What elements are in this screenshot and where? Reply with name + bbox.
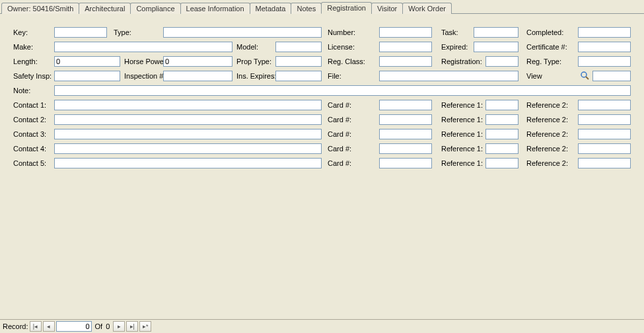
- input-card2[interactable]: [379, 114, 432, 125]
- input-license[interactable]: [379, 42, 432, 52]
- record-current-input[interactable]: [56, 321, 92, 332]
- label-length: Length:: [13, 57, 38, 65]
- label-ref1-2: Reference 1:: [441, 116, 483, 124]
- input-file[interactable]: [379, 71, 519, 81]
- input-hp[interactable]: [163, 56, 233, 67]
- label-license: License:: [328, 43, 355, 51]
- label-contact1: Contact 1:: [13, 101, 46, 109]
- label-card2: Card #:: [328, 116, 351, 124]
- tab-compliance[interactable]: Compliance: [130, 3, 180, 14]
- nav-prev-icon: ◂: [47, 323, 50, 330]
- nav-last-icon: ▸|: [130, 323, 135, 330]
- tab-visitor[interactable]: Visitor: [371, 3, 403, 14]
- input-card5[interactable]: [379, 158, 432, 168]
- label-regclass: Reg. Class:: [328, 57, 365, 65]
- label-ref1-5: Reference 1:: [441, 159, 483, 167]
- input-contact1[interactable]: [54, 100, 322, 110]
- tab-lease-information[interactable]: Lease Information: [180, 3, 250, 14]
- label-registration: Registration:: [441, 57, 482, 65]
- input-note[interactable]: [54, 85, 631, 96]
- record-of-label: Of: [95, 322, 103, 330]
- label-safety: Safety Insp:: [13, 72, 52, 80]
- label-note: Note:: [13, 87, 30, 94]
- label-ref1-3: Reference 1:: [441, 130, 483, 138]
- input-make[interactable]: [54, 42, 233, 52]
- tab-work-order[interactable]: Work Order: [402, 3, 452, 14]
- input-ref2-4[interactable]: [578, 143, 631, 154]
- input-regtype[interactable]: [578, 56, 631, 67]
- label-hp: Horse Power:: [124, 57, 168, 65]
- label-number: Number:: [328, 28, 355, 36]
- input-contact4[interactable]: [54, 143, 322, 154]
- input-view[interactable]: [592, 71, 631, 81]
- input-key[interactable]: [54, 27, 107, 38]
- label-completed: Completed:: [526, 28, 563, 36]
- input-length[interactable]: [54, 56, 120, 67]
- label-card5: Card #:: [328, 159, 351, 167]
- input-task[interactable]: [474, 27, 519, 38]
- nav-first-button[interactable]: |◂: [30, 321, 42, 332]
- tab-architectural[interactable]: Architectural: [79, 3, 131, 14]
- magnifier-icon: [580, 71, 589, 80]
- label-view: View: [526, 72, 542, 80]
- input-ref2-2[interactable]: [578, 114, 631, 125]
- input-safety[interactable]: [54, 71, 120, 81]
- label-type: Type:: [114, 28, 131, 36]
- input-ref2-1[interactable]: [578, 100, 631, 110]
- label-make: Make:: [13, 43, 33, 51]
- label-model: Model:: [236, 43, 258, 51]
- label-regtype: Reg. Type:: [526, 57, 561, 65]
- input-card3[interactable]: [379, 129, 432, 139]
- label-key: Key:: [13, 28, 28, 36]
- input-contact5[interactable]: [54, 158, 322, 168]
- view-button[interactable]: [579, 70, 590, 81]
- tab-bar: Owner: 50416/Smith Architectural Complia…: [0, 0, 644, 14]
- input-contact2[interactable]: [54, 114, 322, 125]
- input-number[interactable]: [379, 27, 432, 38]
- svg-line-1: [586, 77, 589, 79]
- label-card3: Card #:: [328, 130, 351, 138]
- input-ref2-3[interactable]: [578, 129, 631, 139]
- input-ref1-3[interactable]: [485, 129, 519, 139]
- label-expired: Expired:: [441, 43, 468, 51]
- input-ref1-1[interactable]: [485, 100, 519, 110]
- label-task: Task:: [441, 28, 458, 36]
- nav-new-button[interactable]: ▸*: [139, 321, 151, 332]
- label-certificate: Certificate #:: [526, 43, 567, 51]
- tab-owner[interactable]: Owner: 50416/Smith: [1, 3, 79, 14]
- input-ref1-2[interactable]: [485, 114, 519, 125]
- input-type[interactable]: [163, 27, 322, 38]
- input-inspection[interactable]: [163, 71, 233, 81]
- nav-next-button[interactable]: ▸: [113, 321, 125, 332]
- tab-metadata[interactable]: Metadata: [250, 3, 292, 14]
- input-certificate[interactable]: [578, 42, 631, 52]
- tab-registration[interactable]: Registration: [321, 2, 372, 14]
- label-contact3: Contact 3:: [13, 130, 46, 138]
- nav-prev-button[interactable]: ◂: [43, 321, 55, 332]
- label-ref2-2: Reference 2:: [526, 116, 568, 124]
- input-card1[interactable]: [379, 100, 432, 110]
- tab-notes[interactable]: Notes: [291, 3, 322, 14]
- input-insexp[interactable]: [275, 71, 322, 81]
- input-completed[interactable]: [578, 27, 631, 38]
- input-contact3[interactable]: [54, 129, 322, 139]
- label-contact5: Contact 5:: [13, 159, 46, 167]
- input-proptype[interactable]: [275, 56, 322, 67]
- label-insexp: Ins. Expires:: [236, 72, 277, 80]
- label-ref1-1: Reference 1:: [441, 101, 483, 109]
- label-ref1-4: Reference 1:: [441, 145, 483, 153]
- input-card4[interactable]: [379, 143, 432, 154]
- label-ref2-4: Reference 2:: [526, 145, 568, 153]
- label-contact2: Contact 2:: [13, 116, 46, 124]
- label-card4: Card #:: [328, 145, 351, 153]
- label-ref2-3: Reference 2:: [526, 130, 568, 138]
- input-ref1-5[interactable]: [485, 158, 519, 168]
- nav-last-button[interactable]: ▸|: [126, 321, 138, 332]
- input-expired[interactable]: [474, 42, 519, 52]
- input-model[interactable]: [275, 42, 322, 52]
- input-regclass[interactable]: [379, 56, 432, 67]
- input-ref2-5[interactable]: [578, 158, 631, 168]
- input-ref1-4[interactable]: [485, 143, 519, 154]
- label-inspection: Inspection #:: [124, 72, 165, 80]
- input-registration[interactable]: [485, 56, 519, 67]
